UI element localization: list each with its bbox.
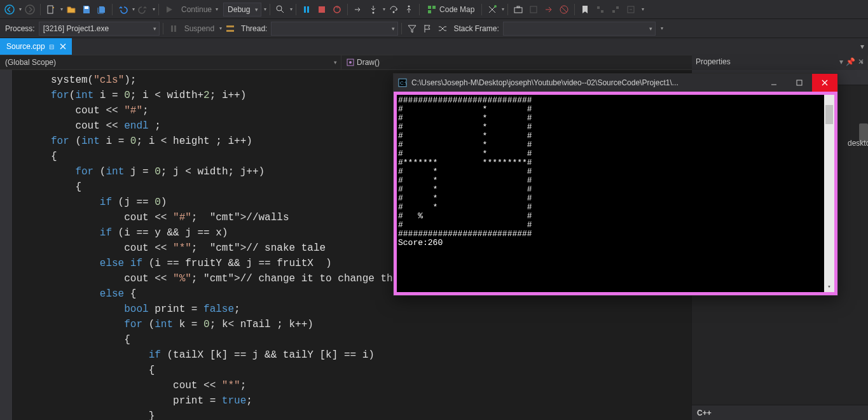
svg-rect-2 [48,6,53,13]
svg-rect-6 [307,6,309,13]
console-titlebar[interactable]: C:\ C:\Users\Joseph-M\Desktop\joseph\You… [394,74,837,92]
nav-back-dd[interactable]: ▾ [19,6,22,12]
scope-right-dropdown[interactable]: Draw() [341,55,868,69]
svg-point-4 [277,6,282,11]
console-maximize-button[interactable] [787,74,812,92]
toolbar-main: ▾ ▾ ▾ ▾ Continue ▾ Debug ▾ ▾ [0,0,868,19]
tb-icon-2[interactable] [527,3,541,17]
svg-rect-21 [171,25,173,32]
svg-point-1 [25,5,34,14]
console-title: C:\Users\Joseph-M\Desktop\joseph\Youtube… [411,78,761,87]
tb-cancel-icon[interactable] [557,3,571,17]
process-label: Process: [3,24,38,33]
svg-rect-5 [304,6,306,13]
tabs-overflow[interactable]: ▾ [857,42,868,51]
console-body: ########################### # * # # * # … [397,95,834,292]
thread-label: Thread: [238,24,270,33]
config-extra-dd[interactable]: ▾ [264,6,266,12]
add-to-map-dd[interactable]: ▾ [502,6,504,12]
thread-dropdown[interactable] [271,22,398,36]
step-into-dd[interactable]: ▾ [383,6,385,12]
console-scroll-down[interactable]: ▾ [824,282,834,292]
codemap-button[interactable]: Code Map [423,3,478,17]
tb-icon-7[interactable] [609,3,623,17]
step-into-button[interactable] [366,3,380,17]
svg-rect-29 [797,80,802,85]
process-dropdown[interactable]: [3216] Project1.exe [39,22,160,36]
new-file-dd[interactable]: ▾ [60,6,63,12]
console-scroll-thumb[interactable] [825,105,833,124]
add-to-map-button[interactable] [485,3,499,17]
undo-dd[interactable]: ▾ [132,6,135,12]
properties-footer-text: C++ [697,409,712,417]
new-file-button[interactable] [44,3,58,17]
stackframe-dropdown[interactable] [503,22,656,36]
console-scrollbar[interactable]: ▴ ▾ [824,95,834,292]
find-dd[interactable]: ▾ [290,6,293,12]
suspend-label: Suspend [182,24,217,33]
tab-close-button[interactable] [58,41,68,52]
function-icon [347,59,354,66]
document-tabs: Source.cpp ⊟ ▾ [0,38,868,55]
svg-point-0 [5,5,14,14]
svg-rect-14 [428,10,431,13]
redo-dd[interactable]: ▾ [153,6,155,12]
scope-left-value: (Global Scope) [5,58,56,67]
properties-side-label: desktop [848,139,868,148]
undo-button[interactable] [116,3,130,17]
open-file-button[interactable] [64,3,78,17]
codemap-label: Code Map [439,5,474,14]
scope-left-dropdown[interactable]: (Global Scope) [0,55,341,69]
suspend-pause-icon[interactable] [167,22,181,36]
properties-footer: C++ [692,405,868,420]
save-all-button[interactable] [95,3,109,17]
config-value: Debug [228,5,250,14]
debug-toolbar-overflow[interactable]: ▾ [661,25,663,31]
tab-source-cpp[interactable]: Source.cpp ⊟ [0,38,72,55]
process-value: [3216] Project1.exe [43,24,109,33]
start-button[interactable] [162,3,176,17]
stop-button[interactable] [315,3,329,17]
bookmark-icon[interactable] [578,3,592,17]
redo-button[interactable] [136,3,150,17]
nav-forward-button[interactable] [23,3,37,17]
suspend-dd[interactable]: ▾ [219,25,222,31]
thread-icon[interactable] [223,22,237,36]
config-dropdown[interactable]: Debug [223,3,261,17]
tb-icon-8[interactable] [624,3,638,17]
console-window[interactable]: C:\ C:\Users\Joseph-M\Desktop\joseph\You… [393,73,838,296]
toolbar-overflow-dd[interactable]: ▾ [642,6,644,12]
step-over-button[interactable] [387,3,401,17]
tab-label: Source.cpp [6,42,45,51]
svg-rect-16 [514,8,522,13]
filter-icon[interactable] [405,22,419,36]
pause-button[interactable] [300,3,313,17]
svg-rect-7 [319,6,325,13]
svg-rect-12 [428,6,431,9]
shuffle-icon[interactable] [436,22,450,36]
flag-icon[interactable] [420,22,434,36]
svg-text:C:\: C:\ [400,80,407,86]
find-button[interactable] [273,3,287,17]
show-next-statement-button[interactable] [351,3,365,17]
tb-arrow-icon[interactable] [542,3,556,17]
breakpoint-gutter[interactable] [0,70,13,420]
toolbar-debug: Process: [3216] Project1.exe Suspend ▾ T… [0,19,868,38]
svg-rect-17 [517,6,520,8]
step-out-button[interactable] [402,3,416,17]
nav-back-button[interactable] [3,3,17,17]
console-minimize-button[interactable] [761,74,787,92]
svg-rect-3 [85,6,88,9]
restart-button[interactable] [330,3,344,17]
console-close-button[interactable] [812,74,837,92]
save-button[interactable] [79,3,93,17]
continue-label: Continue [181,5,212,14]
svg-point-10 [393,11,395,13]
toolbox-button[interactable] [511,3,525,17]
svg-rect-24 [226,30,234,32]
console-output-text: ########################### # * # # * # … [398,96,833,248]
tb-icon-6[interactable] [593,3,607,17]
tab-pin-icon[interactable]: ⊟ [49,43,54,50]
console-app-icon: C:\ [397,78,408,88]
continue-button[interactable]: Continue ▾ [177,3,222,17]
